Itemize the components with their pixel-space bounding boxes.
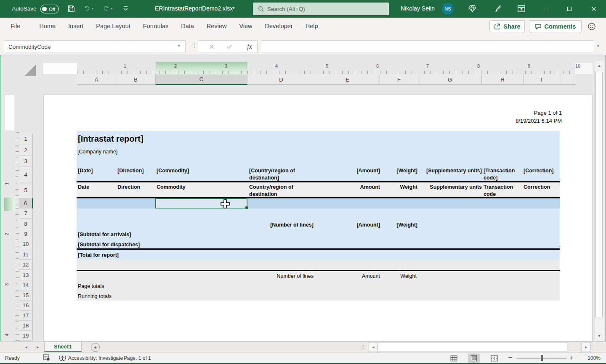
row-header-10[interactable]: 10 <box>19 239 33 249</box>
cancel-entry-button[interactable] <box>205 40 218 53</box>
hdr-supplementary-cell[interactable]: Supplementary units <box>418 184 482 191</box>
name-box[interactable]: CommodityCode <box>4 40 186 53</box>
row-header-5[interactable]: 5 <box>19 182 33 198</box>
zoom-slider-handle[interactable] <box>541 355 543 361</box>
page-layout-view-button[interactable] <box>468 353 480 363</box>
tab-help[interactable]: Help <box>299 18 324 34</box>
hscroll-right-button[interactable]: ► <box>582 343 591 351</box>
ph-date-cell[interactable]: [Date] <box>78 167 93 174</box>
grip-dots-icon[interactable]: ⋮ <box>191 42 197 49</box>
accessibility-status[interactable]: Accessibility: Investigate <box>68 355 123 361</box>
ph-commodity-cell[interactable]: [Commodity] <box>157 167 189 174</box>
grip-dots-icon[interactable]: ⋮ <box>361 344 366 350</box>
hdr-date-cell[interactable]: Date <box>78 184 89 191</box>
row-header-9[interactable]: 9 <box>19 229 33 239</box>
formula-input[interactable] <box>261 40 594 53</box>
draw-pen-button[interactable] <box>493 4 502 13</box>
insert-function-button[interactable]: fx <box>243 40 256 53</box>
page-header-page-number[interactable]: Page 1 of 1 <box>478 109 562 116</box>
new-sheet-button[interactable]: + <box>91 343 100 352</box>
ph-supplementary-cell[interactable]: [Supplementary units] <box>418 167 482 174</box>
tab-review[interactable]: Review <box>200 18 233 34</box>
total-for-report-cell[interactable]: [Total for report] <box>78 252 119 259</box>
ph-direction-cell[interactable]: [Direction] <box>117 167 144 174</box>
hdr-correction-cell[interactable]: Correction <box>524 184 550 191</box>
avatar[interactable]: NS <box>442 3 454 15</box>
row-header-18[interactable]: 18 <box>19 321 33 331</box>
row-header-19[interactable]: 19 <box>19 331 33 340</box>
row-header-3[interactable]: 3 <box>19 156 33 167</box>
quick-access-toolbar-button[interactable] <box>123 5 128 11</box>
comments-button[interactable]: Comments <box>529 20 582 32</box>
tab-view[interactable]: View <box>233 18 258 34</box>
page-totals-cell[interactable]: Page totals <box>78 283 104 290</box>
column-header-d[interactable]: D <box>247 74 315 85</box>
document-title[interactable]: ERIntrastatReportDemo2.xlsx <box>155 5 233 12</box>
select-all-corner[interactable] <box>24 64 36 76</box>
tab-developer[interactable]: Developer <box>259 18 299 34</box>
redo-button[interactable]: ▾ <box>102 5 112 12</box>
ribbon-display-options-button[interactable] <box>517 5 526 13</box>
row-header-4[interactable]: 4 <box>19 167 33 182</box>
sheet-nav-next-button[interactable]: ► <box>34 343 42 351</box>
column-header-b[interactable]: B <box>116 74 156 85</box>
sheet-nav-prev-button[interactable]: ◄ <box>22 343 30 351</box>
accessibility-checker-button[interactable] <box>59 354 66 363</box>
row-header-13[interactable]: 13 <box>19 270 33 280</box>
vertical-scroll-thumb[interactable] <box>595 72 603 317</box>
column-header-c-selected[interactable]: C <box>156 74 247 85</box>
subtotal-dispatches-cell[interactable]: [Subtotal for dispatches] <box>78 241 140 248</box>
hdr-amount-cell[interactable]: Amount <box>317 184 380 191</box>
ph-transaction-cell[interactable]: [Transaction code] <box>484 167 522 182</box>
page-indicator[interactable]: Page: 1 of 1 <box>124 355 151 361</box>
name-box-dropdown-icon[interactable]: ▾ <box>178 44 180 48</box>
ph-amount-cell[interactable]: [Amount] <box>317 167 380 174</box>
column-header-f[interactable]: F <box>380 74 418 85</box>
hdr-transaction-cell[interactable]: Transaction code <box>484 184 522 198</box>
row-header-7[interactable]: 7 <box>19 208 33 219</box>
column-header-a[interactable]: A <box>77 74 116 85</box>
row-header-2[interactable]: 2 <box>19 145 33 156</box>
macro-record-button[interactable] <box>43 354 50 362</box>
normal-view-button[interactable] <box>448 353 460 363</box>
column-header-i[interactable]: I <box>524 74 559 85</box>
fill-handle[interactable] <box>245 206 248 209</box>
premium-diamond-button[interactable] <box>468 5 477 13</box>
footer-weight-cell[interactable]: Weight <box>380 273 417 280</box>
feedback-button[interactable] <box>587 22 596 32</box>
row-header-17[interactable]: 17 <box>19 311 33 321</box>
row-header-12[interactable]: 12 <box>19 260 33 270</box>
maximize-button[interactable] <box>560 0 579 18</box>
tab-formulas[interactable]: Formulas <box>137 18 175 34</box>
hdr-commodity-cell[interactable]: Commodity <box>157 184 186 191</box>
subtotal-amount-cell[interactable]: [Amount] <box>317 222 380 229</box>
column-header-g[interactable]: G <box>418 74 482 85</box>
row-header-6-selected[interactable]: 6 <box>19 198 33 208</box>
minimize-button[interactable] <box>536 0 556 18</box>
tab-data[interactable]: Data <box>175 18 200 34</box>
undo-button[interactable]: ▾ <box>83 5 93 12</box>
scroll-down-button[interactable]: ▼ <box>595 331 604 340</box>
column-header-e[interactable]: E <box>315 74 380 85</box>
undo-dropdown-icon[interactable]: ▾ <box>92 7 93 11</box>
selected-cell-c6[interactable] <box>155 198 247 208</box>
hdr-direction-cell[interactable]: Direction <box>117 184 140 191</box>
ph-country-cell[interactable]: [Country/region of destination] <box>249 167 302 182</box>
scroll-up-button[interactable]: ▲ <box>595 61 604 70</box>
row-header-11[interactable]: 11 <box>19 249 33 260</box>
column-header-h[interactable]: H <box>482 74 524 85</box>
hdr-weight-cell[interactable]: Weight <box>380 184 417 191</box>
zoom-level[interactable]: 100% <box>581 355 601 361</box>
page-header-timestamp[interactable]: 8/19/2021 6:14 PM <box>478 117 562 124</box>
expand-formula-bar-icon[interactable]: ▾ <box>597 44 599 48</box>
subtotal-arrivals-cell[interactable]: [Subtotal for arrivals] <box>78 231 131 238</box>
running-totals-cell[interactable]: Running totals <box>78 293 112 300</box>
document-title-dropdown-icon[interactable]: ▾ <box>233 6 235 10</box>
tab-file[interactable]: File <box>4 18 27 34</box>
save-button[interactable] <box>67 5 75 13</box>
zoom-out-button[interactable]: − <box>508 354 512 361</box>
sheet-tab-sheet1[interactable]: Sheet1 <box>44 342 82 352</box>
ph-weight-cell[interactable]: [Weight] <box>380 167 417 174</box>
horizontal-scroll-thumb[interactable] <box>378 343 567 351</box>
page-break-preview-button[interactable] <box>488 353 500 363</box>
